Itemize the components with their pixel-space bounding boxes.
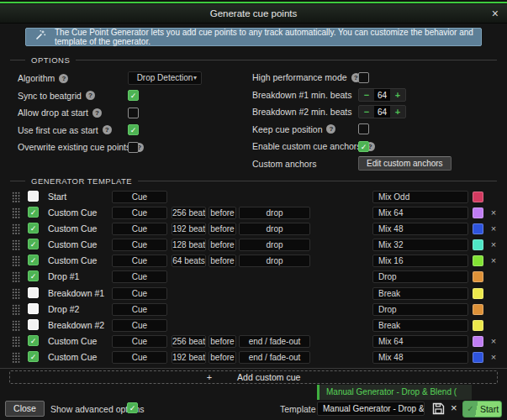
beats-field[interactable]: 64 beats [172, 255, 206, 267]
beats-field[interactable]: 192 beats [172, 351, 206, 364]
anchor-field[interactable]: drop [239, 255, 310, 267]
color-swatch[interactable] [473, 239, 483, 250]
cue-type-field[interactable]: Cue [112, 351, 167, 364]
anchor-field[interactable]: end / fade-out [239, 335, 310, 348]
beats-field[interactable]: 256 beats [172, 335, 206, 348]
cue-name-field[interactable]: Break [372, 287, 468, 300]
cue-type-field[interactable]: Cue [112, 223, 167, 235]
option-checkbox[interactable] [358, 123, 369, 134]
drag-handle-icon[interactable] [12, 352, 20, 363]
anchor-field[interactable]: drop [239, 223, 310, 235]
drag-handle-icon[interactable] [12, 288, 20, 299]
row-enabled-checkbox[interactable]: ✓ [28, 351, 39, 362]
cue-type-field[interactable]: Cue [112, 287, 167, 300]
drag-handle-icon[interactable] [12, 239, 20, 250]
row-enabled-checkbox[interactable]: ✓ [28, 255, 39, 265]
remove-row-icon[interactable]: × [489, 351, 499, 363]
option-checkbox[interactable]: ✓ [128, 124, 139, 135]
drag-handle-icon[interactable] [12, 320, 20, 331]
position-field[interactable]: before [209, 207, 236, 219]
row-enabled-checkbox[interactable] [28, 287, 39, 298]
row-enabled-checkbox[interactable] [28, 191, 39, 202]
cue-name-field[interactable]: Mix 48 [372, 351, 468, 364]
anchor-field[interactable]: drop [239, 207, 310, 219]
beats-field[interactable]: 128 beats [172, 239, 206, 251]
beats-field[interactable]: 192 beats [172, 223, 206, 235]
remove-row-icon[interactable]: × [489, 335, 499, 347]
color-swatch[interactable] [473, 223, 483, 234]
drag-handle-icon[interactable] [12, 223, 20, 234]
drag-handle-icon[interactable] [12, 304, 20, 315]
option-checkbox[interactable] [358, 72, 369, 83]
remove-row-icon[interactable]: × [489, 255, 499, 266]
option-checkbox[interactable]: ✓ [128, 90, 139, 101]
color-swatch[interactable] [473, 304, 483, 315]
drag-handle-icon[interactable] [12, 336, 20, 347]
template-suggestion-item[interactable]: Manual Generator - Drop & Blend ( [317, 385, 472, 400]
template-name-input[interactable]: Manual Generator - Drop & Ble [317, 402, 425, 416]
close-icon[interactable]: × [492, 7, 499, 20]
start-button[interactable]: ✓ Start [462, 401, 502, 417]
cue-type-field[interactable]: Cue [112, 303, 167, 316]
color-swatch[interactable] [473, 320, 483, 331]
cue-name-field[interactable]: Mix 64 [372, 207, 468, 219]
anchor-field[interactable]: drop [239, 239, 310, 251]
color-swatch[interactable] [473, 336, 483, 347]
row-enabled-checkbox[interactable]: ✓ [28, 207, 39, 218]
drag-handle-icon[interactable] [12, 192, 20, 202]
increment-button[interactable]: + [390, 89, 405, 101]
cue-name-field[interactable]: Drop [372, 270, 468, 283]
position-field[interactable]: before [209, 223, 236, 235]
help-icon[interactable]: ? [59, 74, 68, 83]
cue-name-field[interactable]: Mix Odd [372, 191, 468, 203]
help-icon[interactable]: ? [103, 125, 112, 134]
cue-name-field[interactable]: Drop [372, 303, 468, 316]
show-advanced-options-checkbox[interactable]: ✓ [127, 402, 138, 413]
increment-button[interactable]: + [390, 106, 405, 118]
option-checkbox[interactable] [128, 108, 139, 118]
cue-name-field[interactable]: Break [372, 319, 468, 332]
remove-row-icon[interactable]: × [489, 207, 499, 218]
decrement-button[interactable]: − [359, 106, 374, 118]
position-field[interactable]: before [209, 239, 236, 251]
row-enabled-checkbox[interactable]: ✓ [28, 223, 39, 234]
row-enabled-checkbox[interactable] [28, 303, 39, 314]
position-field[interactable]: before [209, 351, 236, 364]
cue-type-field[interactable]: Cue [112, 207, 167, 219]
remove-row-icon[interactable]: × [489, 223, 499, 234]
help-icon[interactable]: ? [86, 91, 95, 100]
color-swatch[interactable] [473, 271, 483, 282]
remove-row-icon[interactable]: × [489, 239, 499, 250]
color-swatch[interactable] [473, 352, 483, 363]
color-swatch[interactable] [473, 207, 483, 218]
drag-handle-icon[interactable] [12, 255, 20, 266]
save-template-icon[interactable] [432, 402, 445, 415]
cue-type-field[interactable]: Cue [112, 239, 167, 251]
drag-handle-icon[interactable] [12, 207, 20, 218]
position-field[interactable]: before [209, 255, 236, 267]
cue-type-field[interactable]: Cue [112, 335, 167, 348]
row-enabled-checkbox[interactable]: ✓ [28, 270, 39, 281]
color-swatch[interactable] [473, 288, 483, 299]
add-custom-cue-button[interactable]: + Add custom cue [9, 370, 498, 384]
row-enabled-checkbox[interactable]: ✓ [28, 335, 39, 346]
cue-name-field[interactable]: Mix 48 [372, 223, 468, 235]
algorithm-select[interactable]: Drop Detection▾ [128, 71, 202, 85]
color-swatch[interactable] [473, 192, 483, 202]
position-field[interactable]: before [209, 335, 236, 348]
cue-type-field[interactable]: Cue [112, 191, 167, 203]
row-enabled-checkbox[interactable]: ✓ [28, 239, 39, 249]
cue-type-field[interactable]: Cue [112, 255, 167, 267]
cue-name-field[interactable]: Mix 32 [372, 239, 468, 251]
help-icon[interactable]: ? [92, 108, 102, 118]
close-button[interactable]: Close [5, 401, 45, 417]
decrement-button[interactable]: − [359, 89, 374, 101]
anchor-field[interactable]: end / fade-out [239, 351, 310, 364]
cue-type-field[interactable]: Cue [112, 319, 167, 332]
cue-type-field[interactable]: Cue [112, 270, 167, 283]
discard-template-icon[interactable]: × [451, 402, 457, 414]
edit-custom-anchors-button[interactable]: Edit custom anchors [358, 156, 452, 171]
help-icon[interactable]: ? [326, 124, 335, 134]
beats-field[interactable]: 256 beats [172, 207, 206, 219]
drag-handle-icon[interactable] [12, 271, 20, 282]
